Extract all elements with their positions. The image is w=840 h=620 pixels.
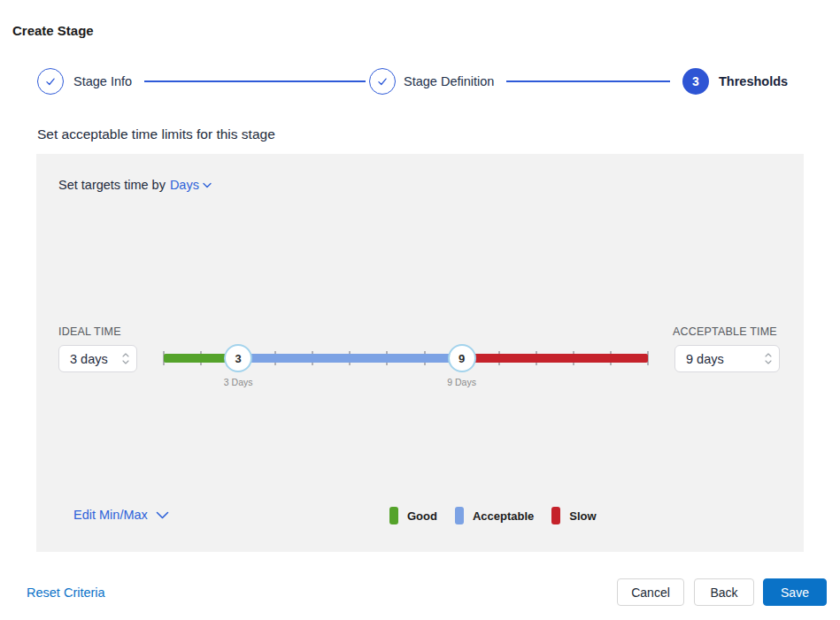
- stepper-connector: [144, 80, 366, 82]
- cancel-button[interactable]: Cancel: [617, 578, 684, 606]
- thresholds-panel: Set targets time by Days IDEAL TIME 33 D…: [36, 154, 804, 552]
- chevron-down-icon: [122, 360, 129, 364]
- chevron-down-icon: [156, 511, 169, 519]
- step-thresholds-label[interactable]: Thresholds: [719, 74, 788, 88]
- ideal-time-label: IDEAL TIME: [58, 325, 121, 338]
- check-icon: [376, 75, 389, 88]
- step-stage-definition-label[interactable]: Stage Definition: [404, 74, 494, 88]
- ideal-time-stepper[interactable]: [115, 346, 136, 371]
- targets-unit-dropdown[interactable]: Days: [170, 178, 212, 192]
- reset-criteria-link[interactable]: Reset Criteria: [27, 586, 105, 600]
- step-stage-info-label[interactable]: Stage Info: [73, 74, 132, 88]
- legend-swatch: [389, 507, 398, 524]
- acceptable-handle-day-label: 9 Days: [447, 377, 476, 387]
- chevron-down-icon: [203, 182, 212, 188]
- legend-swatch: [455, 507, 464, 524]
- stepper-connector: [506, 80, 670, 82]
- acceptable-time-input[interactable]: [675, 352, 758, 366]
- legend-item-slow: Slow: [551, 507, 596, 524]
- legend-swatch: [551, 507, 560, 524]
- targets-unit-value: Days: [170, 178, 199, 192]
- page-title: Create Stage: [12, 23, 94, 38]
- slider-segment-slow: [462, 354, 648, 363]
- chevron-up-icon: [765, 353, 772, 357]
- legend-label: Good: [407, 509, 437, 523]
- stepper: Stage Info Stage Definition 3 Thresholds: [0, 67, 840, 96]
- slider-segment-acceptable: [238, 354, 461, 363]
- step-stage-info-icon[interactable]: [37, 68, 64, 95]
- targets-label: Set targets time by: [58, 178, 166, 192]
- chevron-down-icon: [765, 360, 772, 364]
- ideal-time-field: [58, 345, 137, 372]
- edit-minmax-link[interactable]: Edit Min/Max: [73, 508, 169, 522]
- step-thresholds-badge[interactable]: 3: [682, 68, 709, 95]
- back-button[interactable]: Back: [694, 578, 754, 606]
- edit-minmax-label: Edit Min/Max: [73, 508, 148, 522]
- legend-item-acceptable: Acceptable: [455, 507, 534, 524]
- ideal-time-input[interactable]: [59, 352, 115, 366]
- legend-label: Slow: [569, 509, 596, 523]
- ideal-handle-day-label: 3 Days: [224, 377, 253, 387]
- save-button[interactable]: Save: [763, 578, 827, 606]
- acceptable-time-field: [674, 345, 780, 372]
- acceptable-time-label: ACCEPTABLE TIME: [673, 325, 777, 338]
- legend-label: Acceptable: [473, 509, 534, 523]
- threshold-slider: 33 Days99 Days: [164, 345, 648, 400]
- chevron-up-icon: [122, 353, 129, 357]
- acceptable-handle[interactable]: 9: [448, 344, 476, 372]
- create-stage-dialog: Create Stage Stage Info Stage Definition…: [0, 0, 840, 620]
- targets-row: Set targets time by Days: [58, 178, 212, 192]
- acceptable-time-stepper[interactable]: [758, 346, 779, 371]
- check-icon: [44, 75, 57, 88]
- step-stage-definition-icon[interactable]: [369, 68, 396, 95]
- legend: GoodAcceptableSlow: [389, 507, 597, 524]
- section-heading: Set acceptable time limits for this stag…: [37, 126, 275, 142]
- legend-item-good: Good: [389, 507, 437, 524]
- ideal-handle[interactable]: 3: [224, 344, 252, 372]
